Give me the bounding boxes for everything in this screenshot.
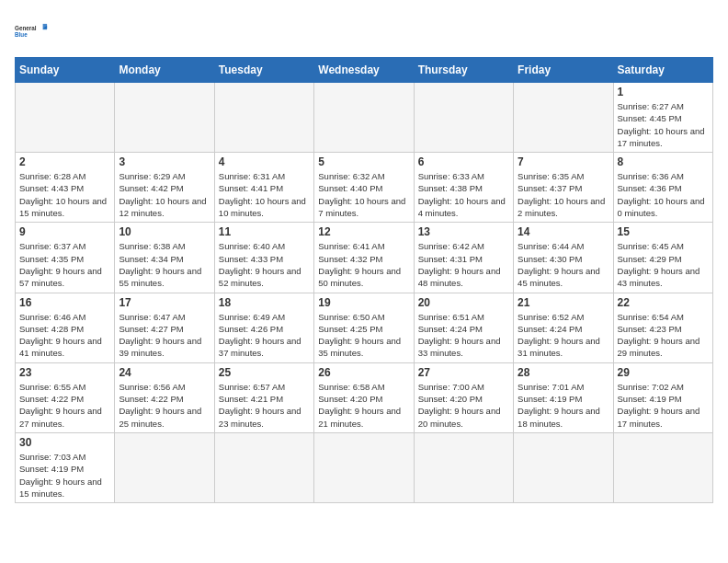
calendar-week-row: 30Sunrise: 7:03 AM Sunset: 4:19 PM Dayli… [16, 432, 713, 502]
calendar-cell: 23Sunrise: 6:55 AM Sunset: 4:22 PM Dayli… [16, 362, 115, 432]
calendar-week-row: 2Sunrise: 6:28 AM Sunset: 4:43 PM Daylig… [16, 153, 713, 223]
calendar-table: SundayMondayTuesdayWednesdayThursdayFrid… [15, 57, 713, 503]
calendar-week-row: 16Sunrise: 6:46 AM Sunset: 4:28 PM Dayli… [16, 293, 713, 362]
svg-text:General: General [15, 25, 37, 31]
day-number: 21 [518, 296, 609, 309]
day-info: Sunrise: 6:57 AM Sunset: 4:21 PM Dayligh… [219, 381, 310, 430]
calendar-cell: 15Sunrise: 6:45 AM Sunset: 4:29 PM Dayli… [613, 223, 712, 293]
col-header-monday: Monday [115, 58, 214, 83]
calendar-cell [414, 432, 513, 502]
calendar-cell [115, 83, 214, 153]
day-info: Sunrise: 6:52 AM Sunset: 4:24 PM Dayligh… [518, 311, 609, 360]
calendar-cell: 4Sunrise: 6:31 AM Sunset: 4:41 PM Daylig… [214, 153, 313, 223]
calendar-cell: 2Sunrise: 6:28 AM Sunset: 4:43 PM Daylig… [16, 153, 115, 223]
calendar-cell: 5Sunrise: 6:32 AM Sunset: 4:40 PM Daylig… [314, 153, 414, 223]
calendar-cell: 12Sunrise: 6:41 AM Sunset: 4:32 PM Dayli… [314, 223, 414, 293]
day-info: Sunrise: 6:38 AM Sunset: 4:34 PM Dayligh… [119, 240, 210, 289]
col-header-tuesday: Tuesday [214, 58, 313, 83]
day-number: 30 [19, 436, 110, 449]
col-header-friday: Friday [514, 58, 613, 83]
col-header-saturday: Saturday [613, 58, 712, 83]
day-info: Sunrise: 6:27 AM Sunset: 4:45 PM Dayligh… [618, 100, 709, 149]
calendar-cell: 19Sunrise: 6:50 AM Sunset: 4:25 PM Dayli… [314, 293, 414, 362]
day-number: 13 [418, 225, 509, 238]
day-number: 7 [518, 155, 609, 168]
day-number: 26 [318, 366, 409, 379]
day-info: Sunrise: 6:47 AM Sunset: 4:27 PM Dayligh… [119, 311, 210, 360]
calendar-cell [514, 432, 613, 502]
day-number: 14 [518, 225, 609, 238]
day-number: 20 [418, 296, 509, 309]
calendar-cell: 30Sunrise: 7:03 AM Sunset: 4:19 PM Dayli… [16, 432, 115, 502]
day-number: 5 [318, 155, 409, 168]
calendar-cell [314, 432, 414, 502]
day-info: Sunrise: 6:54 AM Sunset: 4:23 PM Dayligh… [618, 311, 709, 360]
day-number: 16 [19, 296, 110, 309]
calendar-week-row: 23Sunrise: 6:55 AM Sunset: 4:22 PM Dayli… [16, 362, 713, 432]
day-number: 29 [618, 366, 709, 379]
day-info: Sunrise: 6:37 AM Sunset: 4:35 PM Dayligh… [19, 240, 110, 289]
calendar-cell: 1Sunrise: 6:27 AM Sunset: 4:45 PM Daylig… [613, 83, 712, 153]
day-number: 8 [618, 155, 709, 168]
day-info: Sunrise: 6:50 AM Sunset: 4:25 PM Dayligh… [318, 311, 409, 360]
day-number: 22 [618, 296, 709, 309]
calendar-cell: 29Sunrise: 7:02 AM Sunset: 4:19 PM Dayli… [613, 362, 712, 432]
day-number: 18 [219, 296, 310, 309]
calendar-cell: 22Sunrise: 6:54 AM Sunset: 4:23 PM Dayli… [613, 293, 712, 362]
day-number: 2 [19, 155, 110, 168]
calendar-cell: 21Sunrise: 6:52 AM Sunset: 4:24 PM Dayli… [514, 293, 613, 362]
day-info: Sunrise: 7:01 AM Sunset: 4:19 PM Dayligh… [518, 381, 609, 430]
day-number: 4 [219, 155, 310, 168]
calendar-cell: 6Sunrise: 6:33 AM Sunset: 4:38 PM Daylig… [414, 153, 513, 223]
day-number: 19 [318, 296, 409, 309]
calendar-cell [514, 83, 613, 153]
day-info: Sunrise: 6:32 AM Sunset: 4:40 PM Dayligh… [318, 170, 409, 219]
svg-text:Blue: Blue [15, 31, 28, 38]
day-info: Sunrise: 6:31 AM Sunset: 4:41 PM Dayligh… [219, 170, 310, 219]
day-info: Sunrise: 6:45 AM Sunset: 4:29 PM Dayligh… [618, 240, 709, 289]
logo-icon: General Blue [15, 15, 48, 48]
day-info: Sunrise: 6:51 AM Sunset: 4:24 PM Dayligh… [418, 311, 509, 360]
calendar-cell: 25Sunrise: 6:57 AM Sunset: 4:21 PM Dayli… [214, 362, 313, 432]
col-header-sunday: Sunday [16, 58, 115, 83]
calendar-cell [115, 432, 214, 502]
calendar-cell [314, 83, 414, 153]
day-info: Sunrise: 6:28 AM Sunset: 4:43 PM Dayligh… [19, 170, 110, 219]
day-info: Sunrise: 7:02 AM Sunset: 4:19 PM Dayligh… [618, 381, 709, 430]
day-info: Sunrise: 6:58 AM Sunset: 4:20 PM Dayligh… [318, 381, 409, 430]
calendar-cell [214, 432, 313, 502]
day-info: Sunrise: 6:35 AM Sunset: 4:37 PM Dayligh… [518, 170, 609, 219]
day-number: 6 [418, 155, 509, 168]
day-number: 23 [19, 366, 110, 379]
day-number: 10 [119, 225, 210, 238]
calendar-cell [613, 432, 712, 502]
day-info: Sunrise: 6:49 AM Sunset: 4:26 PM Dayligh… [219, 311, 310, 360]
calendar-cell: 3Sunrise: 6:29 AM Sunset: 4:42 PM Daylig… [115, 153, 214, 223]
col-header-wednesday: Wednesday [314, 58, 414, 83]
day-number: 12 [318, 225, 409, 238]
day-info: Sunrise: 6:44 AM Sunset: 4:30 PM Dayligh… [518, 240, 609, 289]
calendar-cell: 18Sunrise: 6:49 AM Sunset: 4:26 PM Dayli… [214, 293, 313, 362]
day-info: Sunrise: 6:40 AM Sunset: 4:33 PM Dayligh… [219, 240, 310, 289]
calendar-cell: 28Sunrise: 7:01 AM Sunset: 4:19 PM Dayli… [514, 362, 613, 432]
day-number: 27 [418, 366, 509, 379]
calendar-cell: 24Sunrise: 6:56 AM Sunset: 4:22 PM Dayli… [115, 362, 214, 432]
calendar-cell: 11Sunrise: 6:40 AM Sunset: 4:33 PM Dayli… [214, 223, 313, 293]
calendar-cell [16, 83, 115, 153]
calendar-cell: 7Sunrise: 6:35 AM Sunset: 4:37 PM Daylig… [514, 153, 613, 223]
calendar-cell: 10Sunrise: 6:38 AM Sunset: 4:34 PM Dayli… [115, 223, 214, 293]
day-number: 11 [219, 225, 310, 238]
day-number: 28 [518, 366, 609, 379]
calendar-cell: 26Sunrise: 6:58 AM Sunset: 4:20 PM Dayli… [314, 362, 414, 432]
day-info: Sunrise: 6:29 AM Sunset: 4:42 PM Dayligh… [119, 170, 210, 219]
calendar-cell [414, 83, 513, 153]
calendar-header-row: SundayMondayTuesdayWednesdayThursdayFrid… [16, 58, 713, 83]
calendar-cell: 9Sunrise: 6:37 AM Sunset: 4:35 PM Daylig… [16, 223, 115, 293]
day-info: Sunrise: 6:56 AM Sunset: 4:22 PM Dayligh… [119, 381, 210, 430]
logo: General Blue [15, 15, 48, 48]
day-info: Sunrise: 6:41 AM Sunset: 4:32 PM Dayligh… [318, 240, 409, 289]
day-number: 3 [119, 155, 210, 168]
day-number: 9 [19, 225, 110, 238]
day-info: Sunrise: 6:42 AM Sunset: 4:31 PM Dayligh… [418, 240, 509, 289]
calendar-cell [214, 83, 313, 153]
